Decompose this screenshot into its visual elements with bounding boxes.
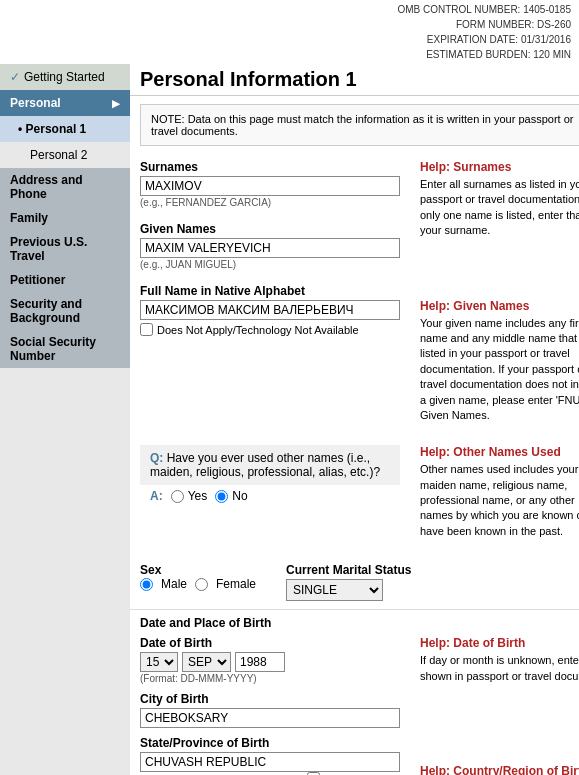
yes-radio-group: Yes xyxy=(171,489,208,503)
marital-status-select[interactable]: SINGLE MARRIED DIVORCED WIDOWED SEPARATE… xyxy=(286,579,383,601)
no-radio[interactable] xyxy=(215,490,228,503)
sidebar-item-personal-2-label: Personal 2 xyxy=(18,148,87,162)
female-radio[interactable] xyxy=(195,578,208,591)
note-text: NOTE: Data on this page must match the i… xyxy=(151,113,573,137)
male-radio[interactable] xyxy=(140,578,153,591)
city-birth-row: City of Birth xyxy=(140,692,400,728)
sidebar-item-petitioner[interactable]: Petitioner xyxy=(0,268,130,292)
sex-options: Male Female xyxy=(140,577,256,591)
dob-format-hint: (Format: DD-MMM-YYYY) xyxy=(140,673,400,684)
surnames-help-text: Enter all surnames as listed in your pas… xyxy=(420,177,579,239)
top-bar: OMB CONTROL NUMBER: 1405-0185 FORM NUMBE… xyxy=(0,0,579,64)
main-content: Personal Information 1 NOTE: Data on thi… xyxy=(130,64,579,775)
other-names-answer-row: A: Yes No xyxy=(140,485,400,511)
other-names-section: Q: Have you ever used other names (i.e.,… xyxy=(130,445,579,555)
burden-label: ESTIMATED BURDEN: xyxy=(426,47,530,62)
sidebar-item-previous-travel-label: Previous U.S. Travel xyxy=(10,235,87,263)
country-help-block: Help: Country/Region of Birth includes Y… xyxy=(420,764,579,775)
dob-year-input[interactable] xyxy=(235,652,285,672)
country-help-title: Help: Country/Region of Birth xyxy=(420,764,579,775)
sex-label: Sex xyxy=(140,563,161,577)
other-names-help-text: Other names used includes your maiden na… xyxy=(420,462,579,539)
sidebar-item-address-phone[interactable]: Address and Phone xyxy=(0,168,130,206)
sidebar-item-previous-travel[interactable]: Previous U.S. Travel xyxy=(0,230,130,268)
sidebar-item-personal-2[interactable]: Personal 2 xyxy=(0,142,130,168)
yes-radio[interactable] xyxy=(171,490,184,503)
burden-value: 120 MIN xyxy=(533,47,571,62)
bullet-icon: • xyxy=(18,122,22,136)
omb-label: OMB CONTROL NUMBER: xyxy=(397,2,520,17)
arrow-icon: ▶ xyxy=(112,98,120,109)
dob-day-select[interactable]: 15 xyxy=(140,652,178,672)
sidebar-item-getting-started[interactable]: ✓ Getting Started xyxy=(0,64,130,90)
sidebar-item-personal-1-label: Personal 1 xyxy=(26,122,87,136)
dob-help-section: Date of Birth 15 SEP (Format: DD-MMM-YYY… xyxy=(130,632,579,775)
omb-value: 1405-0185 xyxy=(523,2,571,17)
does-not-apply-checkbox[interactable] xyxy=(140,323,153,336)
sidebar-item-security-background-label: Security and Background xyxy=(10,297,82,325)
note-box: NOTE: Data on this page must match the i… xyxy=(140,104,579,146)
surnames-input[interactable] xyxy=(140,176,400,196)
checkmark-icon: ✓ xyxy=(10,70,20,84)
form-value: DS-260 xyxy=(537,17,571,32)
sidebar: ✓ Getting Started Personal ▶ • Personal … xyxy=(0,64,130,775)
state-birth-input[interactable] xyxy=(140,752,400,772)
sidebar-item-security-background[interactable]: Security and Background xyxy=(0,292,130,330)
given-names-hint: (e.g., JUAN MIGUEL) xyxy=(140,259,400,270)
app-layout: ✓ Getting Started Personal ▶ • Personal … xyxy=(0,64,579,775)
marital-status-label: Current Marital Status xyxy=(286,563,411,577)
page-title-bar: Personal Information 1 xyxy=(130,64,579,96)
full-name-native-row: Full Name in Native Alphabet Does Not Ap… xyxy=(140,284,400,336)
dob-month-select[interactable]: SEP xyxy=(182,652,231,672)
full-name-native-label: Full Name in Native Alphabet xyxy=(140,284,400,298)
dob-help-title: Help: Date of Birth xyxy=(420,636,579,650)
sidebar-item-address-phone-label: Address and Phone xyxy=(10,173,83,201)
surnames-row: Surnames (e.g., FERNANDEZ GARCIA) xyxy=(140,160,400,208)
given-names-input[interactable] xyxy=(140,238,400,258)
other-names-question: Have you ever used other names (i.e., ma… xyxy=(150,451,380,479)
expiration-value: 01/31/2016 xyxy=(521,32,571,47)
sidebar-item-family[interactable]: Family xyxy=(0,206,130,230)
sidebar-item-petitioner-label: Petitioner xyxy=(10,273,65,287)
does-not-apply-label: Does Not Apply/Technology Not Available xyxy=(157,324,359,336)
sidebar-item-personal[interactable]: Personal ▶ xyxy=(0,90,130,116)
state-birth-label: State/Province of Birth xyxy=(140,736,400,750)
other-names-help-block: Help: Other Names Used Other names used … xyxy=(420,445,579,539)
sex-col: Sex Male Female xyxy=(140,563,256,591)
surnames-label: Surnames xyxy=(140,160,400,174)
female-label: Female xyxy=(216,577,256,591)
dob-row: Date of Birth 15 SEP (Format: DD-MMM-YYY… xyxy=(140,636,400,684)
surnames-form-area: Surnames (e.g., FERNANDEZ GARCIA) Given … xyxy=(140,160,400,439)
q-prefix: Q: xyxy=(150,451,167,465)
no-label: No xyxy=(232,489,247,503)
sidebar-item-personal-1[interactable]: • Personal 1 xyxy=(0,116,130,142)
surnames-help-title: Help: Surnames xyxy=(420,160,579,174)
city-birth-input[interactable] xyxy=(140,708,400,728)
other-names-help-panel: Help: Other Names Used Other names used … xyxy=(410,445,579,555)
male-label: Male xyxy=(161,577,187,591)
sidebar-item-social-security[interactable]: Social Security Number xyxy=(0,330,130,368)
surnames-help-panel: Help: Surnames Enter all surnames as lis… xyxy=(410,160,579,439)
given-names-help-text: Your given name includes any first name … xyxy=(420,316,579,424)
yes-label: Yes xyxy=(188,489,208,503)
sidebar-item-family-label: Family xyxy=(10,211,48,225)
dob-label: Date of Birth xyxy=(140,636,400,650)
surnames-hint: (e.g., FERNANDEZ GARCIA) xyxy=(140,197,400,208)
state-birth-row: State/Province of Birth Does Not Apply xyxy=(140,736,400,775)
dob-help-block: Help: Date of Birth If day or month is u… xyxy=(420,636,579,684)
dob-inputs: 15 SEP xyxy=(140,652,400,672)
given-names-help-block: Help: Given Names Your given name includ… xyxy=(420,299,579,424)
given-names-help-title: Help: Given Names xyxy=(420,299,579,313)
expiration-label: EXPIRATION DATE: xyxy=(427,32,518,47)
full-name-native-input[interactable] xyxy=(140,300,400,320)
sidebar-item-personal-label: Personal xyxy=(10,96,61,110)
surnames-help-block: Help: Surnames Enter all surnames as lis… xyxy=(420,160,579,239)
given-names-row: Given Names (e.g., JUAN MIGUEL) xyxy=(140,222,400,270)
dob-form: Date of Birth 15 SEP (Format: DD-MMM-YYY… xyxy=(140,636,400,775)
sidebar-item-getting-started-label: Getting Started xyxy=(24,70,105,84)
other-names-form: Q: Have you ever used other names (i.e.,… xyxy=(140,445,400,555)
other-names-question-row: Q: Have you ever used other names (i.e.,… xyxy=(140,445,400,485)
city-birth-label: City of Birth xyxy=(140,692,400,706)
marital-col: Current Marital Status SINGLE MARRIED DI… xyxy=(286,563,411,601)
sex-marital-row: Sex Male Female Current Marital Status S… xyxy=(140,563,579,601)
